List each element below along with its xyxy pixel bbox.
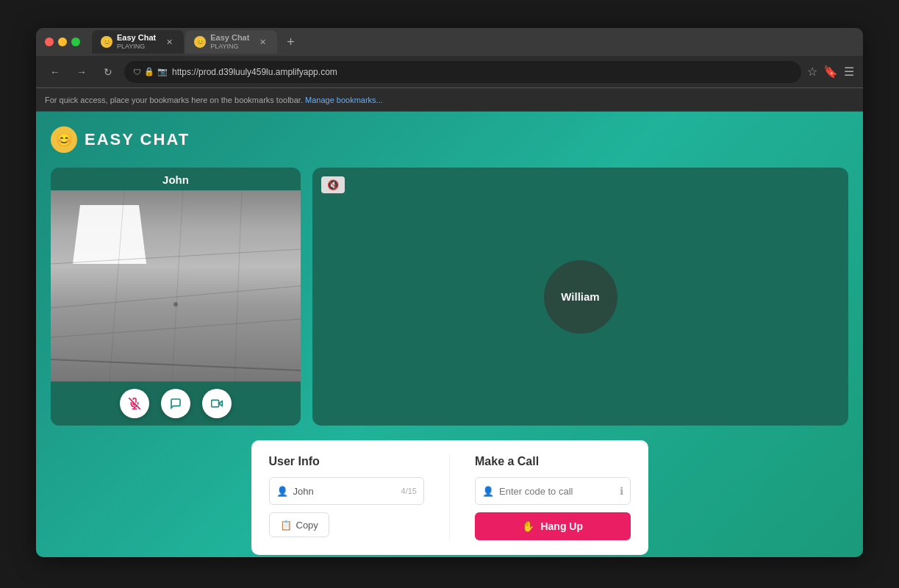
panel-divider — [449, 455, 450, 540]
forward-button[interactable]: → — [71, 62, 92, 82]
bookmark-bar: For quick access, place your bookmarks h… — [36, 88, 863, 112]
maximize-button[interactable] — [71, 37, 80, 46]
tab-subtitle-active: PLAYING — [117, 43, 156, 51]
browser-window: 😊 Easy Chat PLAYING ✕ 😊 Easy Chat PLAYIN… — [36, 28, 863, 557]
tab-favicon-inactive: 😊 — [194, 36, 206, 48]
hang-up-button[interactable]: ✋ Hang Up — [475, 512, 631, 540]
make-call-title: Make a Call — [475, 455, 631, 468]
svg-line-5 — [234, 190, 242, 381]
william-video-card: 🔇 William — [312, 168, 848, 426]
app-content: 😊 EASY CHAT John — [36, 112, 863, 557]
back-button[interactable]: ← — [45, 62, 65, 82]
address-bar[interactable]: 🛡 🔒 📷 https://prod.d39luuly459lu.amplify… — [124, 61, 801, 83]
tabs-area: 😊 Easy Chat PLAYING ✕ 😊 Easy Chat PLAYIN… — [92, 30, 854, 54]
shield-icon: 🛡 — [133, 68, 141, 76]
traffic-lights — [45, 37, 80, 46]
char-count: 4/15 — [401, 487, 417, 495]
call-info-icon: ℹ — [620, 485, 623, 497]
copy-button[interactable]: 📋 Copy — [269, 512, 329, 537]
nav-bar: ← → ↻ 🛡 🔒 📷 https://prod.d39luuly459lu.a… — [36, 56, 863, 88]
manage-bookmarks-link[interactable]: Manage bookmarks... — [305, 96, 383, 104]
mute-speaker-icon: 🔇 — [327, 179, 339, 190]
tab-title-inactive: Easy Chat — [210, 33, 249, 43]
copy-label: Copy — [296, 520, 318, 531]
app-logo: 😊 — [51, 126, 77, 153]
bookmark-star-icon[interactable]: ☆ — [807, 65, 817, 79]
logo-emoji: 😊 — [56, 132, 72, 148]
username-input-wrapper: 👤 4/15 — [269, 477, 425, 505]
url-text: https://prod.d39luuly459lu.amplifyapp.co… — [172, 67, 337, 77]
minimize-button[interactable] — [58, 37, 67, 46]
menu-icon[interactable]: ☰ — [844, 65, 854, 79]
john-video-controls — [51, 381, 301, 426]
hang-up-icon: ✋ — [522, 520, 534, 532]
user-icon-left: 👤 — [276, 486, 288, 497]
john-video-feed — [51, 190, 301, 381]
user-info-title: User Info — [269, 455, 425, 468]
ceiling-grid — [51, 190, 301, 381]
svg-rect-12 — [212, 400, 219, 406]
make-call-section: Make a Call 👤 ℹ ✋ Hang Up — [475, 455, 631, 540]
john-video-card: John — [51, 168, 301, 426]
call-user-icon: 👤 — [482, 486, 494, 497]
info-panel: User Info 👤 4/15 📋 Copy Make a Call 👤 — [251, 440, 648, 555]
svg-line-3 — [110, 190, 124, 381]
app-title: EASY CHAT — [85, 130, 190, 149]
close-button[interactable] — [45, 37, 54, 46]
nav-right-icons: ☆ 🔖 ☰ — [807, 65, 854, 79]
tab-info-active: Easy Chat PLAYING — [117, 33, 156, 51]
svg-line-4 — [172, 190, 183, 381]
chat-button[interactable] — [161, 389, 190, 418]
security-icons: 🛡 🔒 📷 — [133, 67, 168, 76]
pocket-icon[interactable]: 🔖 — [823, 65, 838, 79]
new-tab-button[interactable]: + — [280, 32, 301, 52]
lock-icon: 🔒 — [144, 67, 154, 76]
svg-point-7 — [173, 302, 178, 306]
title-bar: 😊 Easy Chat PLAYING ✕ 😊 Easy Chat PLAYIN… — [36, 28, 863, 56]
user-info-section: User Info 👤 4/15 📋 Copy — [269, 455, 425, 540]
svg-line-0 — [51, 249, 301, 264]
john-name-label: John — [51, 168, 301, 190]
william-name-label: William — [561, 290, 599, 303]
mute-microphone-button[interactable] — [120, 389, 149, 418]
tab-close-inactive[interactable]: ✕ — [257, 36, 268, 48]
call-code-input[interactable] — [475, 477, 631, 505]
call-code-input-wrapper: 👤 ℹ — [475, 477, 631, 505]
bookmark-message: For quick access, place your bookmarks h… — [45, 96, 303, 104]
copy-icon: 📋 — [280, 520, 292, 531]
tab-easychat-active[interactable]: 😊 Easy Chat PLAYING ✕ — [92, 30, 184, 54]
tab-info-inactive: Easy Chat PLAYING — [210, 33, 249, 51]
william-avatar: William — [544, 260, 617, 334]
svg-line-6 — [51, 359, 301, 370]
william-avatar-container: William — [312, 168, 848, 426]
tab-close-active[interactable]: ✕ — [163, 36, 175, 48]
app-header: 😊 EASY CHAT — [51, 126, 848, 153]
william-mute-indicator: 🔇 — [321, 176, 345, 193]
camera-icon: 📷 — [157, 67, 168, 76]
video-section: John — [51, 168, 848, 426]
hang-up-label: Hang Up — [540, 520, 583, 532]
video-toggle-button[interactable] — [202, 389, 232, 418]
tab-title-active: Easy Chat — [117, 33, 156, 43]
reload-button[interactable]: ↻ — [98, 62, 118, 82]
tab-easychat-inactive[interactable]: 😊 Easy Chat PLAYING ✕ — [185, 30, 277, 54]
ceiling-background — [51, 190, 301, 381]
tab-subtitle-inactive: PLAYING — [210, 43, 249, 51]
tab-favicon-active: 😊 — [101, 36, 112, 48]
